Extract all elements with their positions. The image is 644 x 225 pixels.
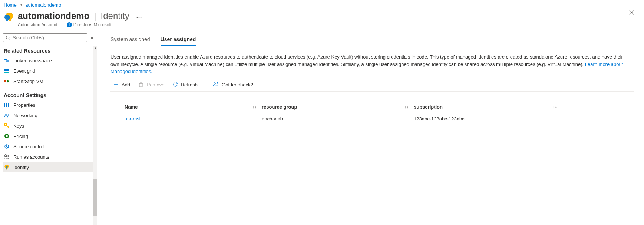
sidebar-section-account: Account Settings xyxy=(3,86,97,100)
sidebar-item-label: Properties xyxy=(13,102,35,108)
table-header-row: Name ↑↓ resource group ↑↓ subscription ↑… xyxy=(110,104,634,112)
svg-rect-11 xyxy=(4,103,5,107)
description-text: User assigned managed identities enable … xyxy=(110,53,630,75)
cell-subscription: 123abc-123abc-123abc xyxy=(414,116,562,122)
main-content: System assigned User assigned User assig… xyxy=(97,32,644,225)
row-checkbox[interactable] xyxy=(113,116,119,122)
svg-rect-12 xyxy=(6,103,7,107)
search-icon xyxy=(6,35,10,40)
sidebar-scrollbar-track[interactable]: ▲ xyxy=(93,46,97,225)
plus-icon xyxy=(113,82,119,87)
column-header-resource-group[interactable]: resource group ↑↓ xyxy=(262,104,414,110)
svg-point-2 xyxy=(6,36,9,39)
automation-account-icon xyxy=(4,12,14,23)
sidebar-item-run-as-accounts[interactable]: Run as accounts xyxy=(3,152,97,162)
sidebar-item-identity[interactable]: Identity xyxy=(3,162,97,172)
startstop-icon xyxy=(4,78,10,84)
refresh-button[interactable]: Refresh xyxy=(170,80,201,89)
svg-line-16 xyxy=(8,126,9,127)
svg-rect-6 xyxy=(4,69,9,70)
identity-table: Name ↑↓ resource group ↑↓ subscription ↑… xyxy=(110,104,634,126)
remove-button: Remove xyxy=(135,80,167,89)
sidebar-item-label: Identity xyxy=(13,165,29,170)
sort-icon: ↑↓ xyxy=(404,104,409,109)
breadcrumb-current[interactable]: automationdemo xyxy=(25,2,61,8)
breadcrumb-home[interactable]: Home xyxy=(4,2,17,8)
toolbar: Add Remove Refresh Got feedback? xyxy=(110,80,634,92)
sidebar-item-label: Start/Stop VM xyxy=(13,79,43,84)
svg-point-20 xyxy=(6,146,7,147)
sidebar-item-event-grid[interactable]: Event grid xyxy=(3,66,97,76)
sidebar-item-label: Event grid xyxy=(13,68,35,74)
sidebar-item-networking[interactable]: Networking xyxy=(3,110,97,120)
page-header: automationdemo | Identity … Automation A… xyxy=(0,8,644,32)
sort-icon: ↑↓ xyxy=(252,104,257,109)
sidebar-item-label: Linked workspace xyxy=(13,58,52,63)
pricing-icon xyxy=(4,133,10,139)
column-header-subscription[interactable]: subscription ↑↓ xyxy=(414,104,562,110)
workspace-icon xyxy=(4,57,10,63)
search-input[interactable] xyxy=(13,35,85,40)
info-icon: i xyxy=(67,22,72,27)
collapse-sidebar-icon[interactable]: « xyxy=(91,35,93,40)
feedback-button[interactable]: Got feedback? xyxy=(210,80,256,89)
sidebar-item-label: Run as accounts xyxy=(13,154,49,160)
svg-rect-8 xyxy=(4,72,9,73)
svg-rect-4 xyxy=(4,59,7,60)
sidebar-item-label: Keys xyxy=(13,123,24,129)
sidebar-item-label: Source control xyxy=(13,144,44,149)
sort-icon: ↑↓ xyxy=(552,104,557,109)
identity-name-link[interactable]: usr-msi xyxy=(125,116,141,122)
directory-label: iDirectory: Microsoft xyxy=(67,22,112,28)
sidebar: « Related Resources Linked workspace Eve… xyxy=(0,32,97,225)
tab-system-assigned[interactable]: System assigned xyxy=(110,33,150,46)
add-button[interactable]: Add xyxy=(110,80,133,89)
tab-user-assigned[interactable]: User assigned xyxy=(161,33,196,46)
sidebar-item-linked-workspace[interactable]: Linked workspace xyxy=(3,55,97,66)
refresh-icon xyxy=(173,82,178,87)
column-header-name[interactable]: Name ↑↓ xyxy=(125,104,262,110)
sidebar-search[interactable] xyxy=(3,33,87,42)
sourcecontrol-icon xyxy=(4,143,10,149)
svg-line-3 xyxy=(9,39,10,40)
sidebar-item-label: Pricing xyxy=(13,133,28,139)
sidebar-scrollbar-thumb[interactable] xyxy=(93,179,97,216)
svg-point-18 xyxy=(6,135,8,137)
sidebar-section-related: Related Resources xyxy=(3,42,97,55)
sidebar-item-properties[interactable]: Properties xyxy=(3,100,97,110)
table-row[interactable]: usr-msi anchorlab 123abc-123abc-123abc xyxy=(110,112,634,126)
trash-icon xyxy=(138,82,143,87)
svg-rect-13 xyxy=(8,103,9,107)
sidebar-item-keys[interactable]: Keys xyxy=(3,120,97,131)
sidebar-item-pricing[interactable]: Pricing xyxy=(3,131,97,141)
page-section-title: Identity xyxy=(101,11,129,21)
svg-rect-9 xyxy=(4,80,6,82)
cell-resource-group: anchorlab xyxy=(262,116,414,122)
svg-point-28 xyxy=(214,83,215,84)
close-icon[interactable] xyxy=(629,10,634,15)
keys-icon xyxy=(4,123,10,129)
svg-point-21 xyxy=(4,155,7,157)
svg-marker-10 xyxy=(7,80,9,83)
runas-icon xyxy=(4,154,10,160)
more-icon[interactable]: … xyxy=(136,13,142,20)
scroll-up-icon[interactable]: ▲ xyxy=(93,46,97,50)
breadcrumb: Home > automationdemo xyxy=(0,0,644,8)
feedback-icon xyxy=(213,82,219,87)
sidebar-item-start-stop-vm[interactable]: Start/Stop VM xyxy=(3,76,97,86)
resource-name: automationdemo xyxy=(18,11,89,21)
breadcrumb-separator: > xyxy=(20,2,23,8)
resource-type-label: Automation Account xyxy=(18,22,57,27)
networking-icon xyxy=(4,112,10,118)
svg-rect-7 xyxy=(4,70,9,71)
eventgrid-icon xyxy=(4,68,10,74)
sidebar-item-source-control[interactable]: Source control xyxy=(3,141,97,152)
svg-rect-5 xyxy=(6,60,9,62)
properties-icon xyxy=(4,102,10,108)
svg-rect-25 xyxy=(139,83,142,87)
identity-icon xyxy=(4,164,10,170)
tab-bar: System assigned User assigned xyxy=(110,33,634,47)
sidebar-item-label: Networking xyxy=(13,113,37,118)
svg-point-22 xyxy=(7,155,9,157)
